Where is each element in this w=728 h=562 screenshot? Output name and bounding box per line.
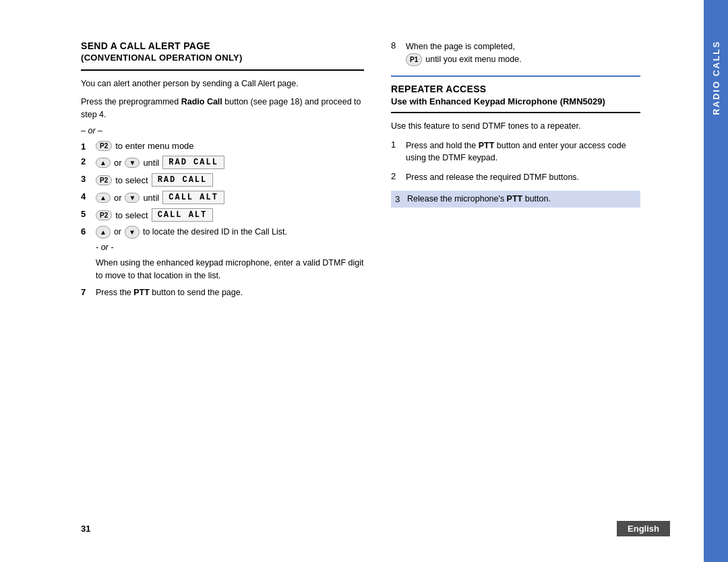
step-2-content: ▲ or ▼ until RAD CALL bbox=[96, 156, 224, 169]
left-column: Send a Call Alert Page (Conventional Ope… bbox=[81, 40, 364, 535]
step-5-row: 5 P2 to select CALL ALT bbox=[81, 208, 364, 222]
left-section-title: Send a Call Alert Page bbox=[81, 40, 364, 51]
step-6-or-text: - or - bbox=[96, 241, 364, 254]
step-7-number: 7 bbox=[81, 287, 92, 297]
step-8-sub: P1 until you exit menu mode. bbox=[406, 53, 522, 66]
down-btn-4: ▼ bbox=[125, 193, 140, 203]
step-6-alt-text: When using the enhanced keypad microphon… bbox=[96, 257, 364, 282]
right-step-2-content: Press and release the required DTMF butt… bbox=[406, 171, 640, 184]
step-4-row: 4 ▲ or ▼ until CALL ALT bbox=[81, 191, 364, 204]
step-5-number: 5 bbox=[81, 209, 92, 219]
intro-text-2: Press the preprogrammed Radio Call butto… bbox=[81, 96, 364, 121]
step-6-or: or bbox=[114, 226, 121, 239]
steps-container: 1 P2 to enter menu mode 2 ▲ or ▼ until R… bbox=[81, 141, 364, 299]
step-1-row: 1 P2 to enter menu mode bbox=[81, 141, 364, 152]
bottom-bar: 31 English bbox=[0, 508, 704, 562]
step-1-text: to enter menu mode bbox=[115, 141, 193, 151]
step-6-number: 6 bbox=[81, 226, 92, 237]
sidebar-tab: Radio Calls bbox=[704, 0, 728, 562]
page-number: 31 bbox=[81, 524, 90, 534]
step-4-until: until bbox=[143, 193, 159, 203]
sidebar-label: Radio Calls bbox=[711, 40, 721, 115]
p2-btn-5: P2 bbox=[96, 210, 112, 220]
right-column: 8 When the page is completed, P1 until y… bbox=[391, 40, 640, 535]
step-4-or: or bbox=[114, 193, 122, 203]
or-text: – or – bbox=[81, 126, 364, 135]
up-btn-4: ▲ bbox=[96, 193, 111, 203]
step-3-number: 3 bbox=[81, 174, 92, 184]
right-step-3-content: Release the microphone's PTT button. bbox=[407, 193, 636, 206]
repeater-title: Repeater Access bbox=[391, 84, 640, 94]
step-2-row: 2 ▲ or ▼ until RAD CALL bbox=[81, 156, 364, 169]
repeater-intro: Use this feature to send DTMF tones to a… bbox=[391, 120, 640, 133]
step-6-content: ▲ or ▼ to locate the desired ID in the C… bbox=[96, 226, 364, 282]
step-2-number: 2 bbox=[81, 156, 92, 166]
step-6-text: to locate the desired ID in the Call Lis… bbox=[143, 226, 287, 239]
p2-btn-1: P2 bbox=[96, 141, 112, 151]
right-step-2-row: 2 Press and release the required DTMF bu… bbox=[391, 171, 640, 184]
step-8-text: When the page is completed, bbox=[406, 40, 522, 53]
step-1-number: 1 bbox=[81, 142, 92, 152]
down-btn-6: ▼ bbox=[125, 226, 140, 239]
step-2-until: until bbox=[143, 158, 159, 168]
step-7-text: Press the PTT button to send the page. bbox=[96, 286, 364, 299]
right-step-1-content: Press and hold the PTT button and enter … bbox=[406, 139, 640, 165]
right-step-3-number: 3 bbox=[395, 194, 404, 204]
updown-btn-2: ▲ bbox=[96, 158, 111, 168]
step-3-text: to select bbox=[115, 175, 148, 185]
step-3-row: 3 P2 to select RAD CALL bbox=[81, 173, 364, 187]
step-6-row: 6 ▲ or ▼ to locate the desired ID in the… bbox=[81, 226, 364, 282]
intro-text-1: You can alert another person by sending … bbox=[81, 77, 364, 90]
step-4-content: ▲ or ▼ until CALL ALT bbox=[96, 191, 224, 204]
step-5-content: P2 to select CALL ALT bbox=[96, 208, 213, 222]
left-section-subtitle: (Conventional Operation Only) bbox=[81, 53, 364, 63]
step-8-content: When the page is completed, P1 until you… bbox=[406, 40, 522, 66]
page-container: Send a Call Alert Page (Conventional Ope… bbox=[0, 0, 728, 562]
right-step-1-number: 1 bbox=[391, 139, 400, 150]
step-8-row: 8 When the page is completed, P1 until y… bbox=[391, 40, 640, 66]
up-btn-6: ▲ bbox=[96, 226, 111, 239]
step-5-text: to select bbox=[115, 210, 148, 220]
step-3-content: P2 to select RAD CALL bbox=[96, 173, 213, 187]
step-8-number: 8 bbox=[391, 40, 400, 51]
display-box-5: CALL ALT bbox=[152, 208, 214, 222]
right-divider bbox=[391, 75, 640, 77]
down-btn-2: ▼ bbox=[125, 158, 140, 168]
right-steps: 1 Press and hold the PTT button and ente… bbox=[391, 139, 640, 208]
display-box-4: CALL ALT bbox=[162, 191, 224, 204]
p1-btn-8: P1 bbox=[406, 53, 422, 66]
step-7-content: Press the PTT button to send the page. bbox=[96, 286, 364, 299]
step-6-inline: ▲ or ▼ to locate the desired ID in the C… bbox=[96, 226, 364, 239]
step-1-content: P2 to enter menu mode bbox=[96, 141, 194, 151]
step-8-sub-text: until you exit menu mode. bbox=[425, 53, 521, 66]
repeater-divider bbox=[391, 112, 640, 113]
right-step-3-row: 3 Release the microphone's PTT button. bbox=[391, 191, 640, 208]
step-7-row: 7 Press the PTT button to send the page. bbox=[81, 286, 364, 299]
main-content: Send a Call Alert Page (Conventional Ope… bbox=[0, 0, 728, 562]
repeater-subtitle: Use with Enhanced Keypad Microphone (RMN… bbox=[391, 96, 640, 108]
step-2-or: or bbox=[114, 158, 122, 168]
right-step-1-row: 1 Press and hold the PTT button and ente… bbox=[391, 139, 640, 165]
english-badge: English bbox=[617, 521, 670, 536]
left-divider bbox=[81, 69, 364, 71]
right-step-2-number: 2 bbox=[391, 171, 400, 181]
p2-btn-3: P2 bbox=[96, 175, 112, 185]
step-4-number: 4 bbox=[81, 191, 92, 201]
display-box-3: RAD CALL bbox=[152, 173, 214, 187]
display-box-2: RAD CALL bbox=[162, 156, 224, 169]
